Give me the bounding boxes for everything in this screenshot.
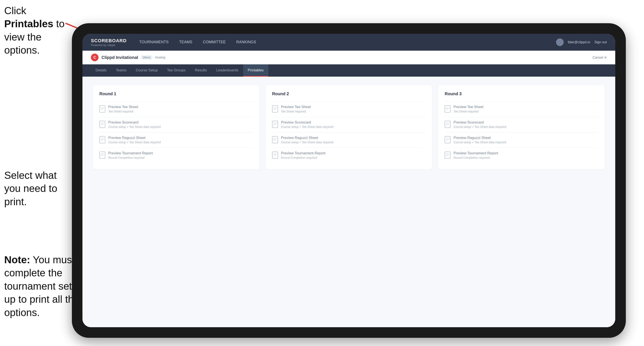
print-item-title-r1-i2[interactable]: Preview Scorecard [108,120,161,125]
print-item-title-r2-i2[interactable]: Preview Scorecard [281,120,334,125]
svg-rect-40 [445,121,450,128]
print-item-subtitle-r2-i2: Course setup + Tee Sheet data required [281,125,334,129]
top-nav: SCOREBOARD Powered by clippd TOURNAMENTS… [82,34,615,51]
print-item-r3-i1[interactable]: Preview Tee SheetTee Sheet required [445,101,598,117]
tournament-logo: C [91,54,98,61]
doc-icon [272,136,278,144]
doc-icon [272,121,278,129]
doc-icon [99,121,105,129]
print-item-subtitle-r2-i4: Round Completion required [281,156,326,159]
nav-committee[interactable]: COMMITTEE [203,39,226,46]
print-item-content-r3-i1: Preview Tee SheetTee Sheet required [454,105,483,113]
tab-results[interactable]: Results [190,64,212,77]
doc-icon [272,105,278,113]
nav-teams[interactable]: TEAMS [179,39,192,46]
print-item-subtitle-r3-i3: Course setup + Tee Sheet data required [454,141,506,144]
round-1-column: Round 1 Preview Tee SheetTee Sheet requi… [93,85,260,169]
tab-course-setup[interactable]: Course Setup [131,64,162,77]
print-item-content-r1-i2: Preview ScorecardCourse setup + Tee Shee… [108,120,161,129]
annotation-mid-text: Select what you need to print. [4,170,57,207]
tab-teams[interactable]: Teams [111,64,131,77]
round-2-column: Round 2 Preview Tee SheetTee Sheet requi… [266,85,432,169]
round-3-column: Round 3 Preview Tee SheetTee Sheet requi… [438,85,605,169]
print-item-r2-i3[interactable]: Preview Raguzzi SheetCourse setup + Tee … [272,132,426,148]
svg-rect-24 [272,121,278,128]
svg-rect-28 [272,136,278,143]
men-badge: (Men) [140,55,153,59]
print-item-subtitle-r1-i1: Tee Sheet required [108,110,138,113]
round-2-title: Round 2 [272,91,426,96]
tablet-screen: SCOREBOARD Powered by clippd TOURNAMENTS… [82,34,615,327]
print-item-title-r3-i4[interactable]: Preview Tournament Report [454,151,498,155]
tournament-name: Clippd Invitational [102,55,138,60]
nav-rankings[interactable]: RANKINGS [236,39,256,46]
tab-bar: Details Teams Course Setup Tee Groups Re… [82,64,615,77]
print-item-subtitle-r1-i4: Round Completion required [108,156,153,159]
svg-rect-20 [272,106,278,112]
print-item-title-r2-i4[interactable]: Preview Tournament Report [281,151,326,155]
print-item-r3-i3[interactable]: Preview Raguzzi SheetCourse setup + Tee … [445,132,598,148]
sign-out-link[interactable]: Sign out [594,40,607,44]
annotation-top-bold: Printables [4,18,53,29]
tab-leaderboards[interactable]: Leaderboards [212,64,243,77]
print-item-r1-i2[interactable]: Preview ScorecardCourse setup + Tee Shee… [99,117,253,132]
doc-icon [99,105,105,113]
print-item-title-r3-i2[interactable]: Preview Scorecard [454,120,506,125]
print-item-r2-i1[interactable]: Preview Tee SheetTee Sheet required [272,101,426,117]
round-3-title: Round 3 [445,91,598,96]
print-item-r3-i2[interactable]: Preview ScorecardCourse setup + Tee Shee… [445,117,598,132]
svg-rect-32 [272,152,278,159]
tab-tee-groups[interactable]: Tee Groups [162,64,190,77]
print-item-content-r3-i3: Preview Raguzzi SheetCourse setup + Tee … [454,136,506,144]
print-item-subtitle-r3-i2: Course setup + Tee Sheet data required [454,125,506,129]
svg-rect-44 [445,136,450,143]
print-item-subtitle-r3-i1: Tee Sheet required [454,110,483,113]
tab-details[interactable]: Details [91,64,111,77]
svg-rect-8 [100,121,105,128]
top-nav-links: TOURNAMENTS TEAMS COMMITTEE RANKINGS [139,39,556,46]
print-item-r1-i3[interactable]: Preview Raguzzi SheetCourse setup + Tee … [99,132,253,148]
rounds-grid: Round 1 Preview Tee SheetTee Sheet requi… [93,85,605,169]
print-item-title-r3-i3[interactable]: Preview Raguzzi Sheet [454,136,506,140]
print-item-content-r3-i4: Preview Tournament ReportRound Completio… [454,151,498,159]
print-item-title-r1-i4[interactable]: Preview Tournament Report [108,151,153,155]
print-item-title-r2-i1[interactable]: Preview Tee Sheet [281,105,311,109]
print-item-content-r2-i4: Preview Tournament ReportRound Completio… [281,151,326,159]
print-item-content-r2-i1: Preview Tee SheetTee Sheet required [281,105,311,113]
print-item-r2-i2[interactable]: Preview ScorecardCourse setup + Tee Shee… [272,117,426,132]
annotation-top: Click Printables to view the options. [4,4,72,57]
doc-icon [445,105,450,113]
print-item-r1-i1[interactable]: Preview Tee SheetTee Sheet required [99,101,253,117]
hosting-badge: Hosting [155,56,165,59]
svg-rect-12 [100,136,105,143]
svg-rect-48 [445,152,450,159]
print-item-title-r2-i3[interactable]: Preview Raguzzi Sheet [281,136,334,140]
print-item-subtitle-r2-i3: Course setup + Tee Sheet data required [281,141,334,144]
print-item-title-r3-i1[interactable]: Preview Tee Sheet [454,105,483,109]
tab-printables[interactable]: Printables [243,64,268,77]
cancel-button[interactable]: Cancel ✕ [592,55,607,59]
user-avatar [556,38,564,46]
print-item-content-r1-i3: Preview Raguzzi SheetCourse setup + Tee … [108,136,161,144]
logo-area: SCOREBOARD Powered by clippd [91,38,127,47]
print-item-title-r1-i1[interactable]: Preview Tee Sheet [108,105,138,109]
nav-tournaments[interactable]: TOURNAMENTS [139,39,169,46]
print-item-content-r2-i2: Preview ScorecardCourse setup + Tee Shee… [281,120,334,129]
sub-header: C Clippd Invitational (Men) Hosting Canc… [82,51,615,64]
print-item-content-r3-i2: Preview ScorecardCourse setup + Tee Shee… [454,120,506,129]
print-item-content-r2-i3: Preview Raguzzi SheetCourse setup + Tee … [281,136,334,144]
top-nav-right: blair@clippd.io Sign out [556,38,607,46]
print-item-subtitle-r2-i1: Tee Sheet required [281,110,311,113]
annotation-bottom-bold: Note: [4,254,30,265]
print-item-r3-i4[interactable]: Preview Tournament ReportRound Completio… [445,148,598,163]
print-item-r2-i4[interactable]: Preview Tournament ReportRound Completio… [272,148,426,163]
tablet-frame: SCOREBOARD Powered by clippd TOURNAMENTS… [72,23,626,338]
print-item-r1-i4[interactable]: Preview Tournament ReportRound Completio… [99,148,253,163]
svg-rect-4 [100,106,105,112]
print-item-content-r1-i1: Preview Tee SheetTee Sheet required [108,105,138,113]
print-item-subtitle-r1-i3: Course setup + Tee Sheet data required [108,141,161,144]
print-item-title-r1-i3[interactable]: Preview Raguzzi Sheet [108,136,161,140]
round-1-title: Round 1 [99,91,253,96]
annotation-mid: Select what you need to print. [4,169,72,208]
logo-title: SCOREBOARD [91,38,127,43]
